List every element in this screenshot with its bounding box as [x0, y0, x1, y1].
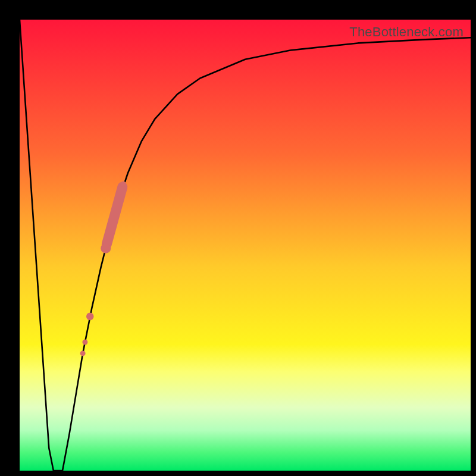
chart-frame: TheBottleneck.com: [0, 0, 476, 476]
highlight-segment: [107, 187, 123, 244]
attribution-label: TheBottleneck.com: [349, 24, 464, 40]
curve-layer: [20, 20, 471, 471]
highlight-point: [86, 312, 94, 320]
highlight-point: [80, 350, 86, 356]
highlight-point: [82, 339, 87, 345]
plot-area: TheBottleneck.com: [20, 20, 471, 471]
highlight-point: [101, 243, 111, 253]
highlight-point: [121, 181, 127, 187]
bottleneck-curve: [20, 20, 471, 471]
